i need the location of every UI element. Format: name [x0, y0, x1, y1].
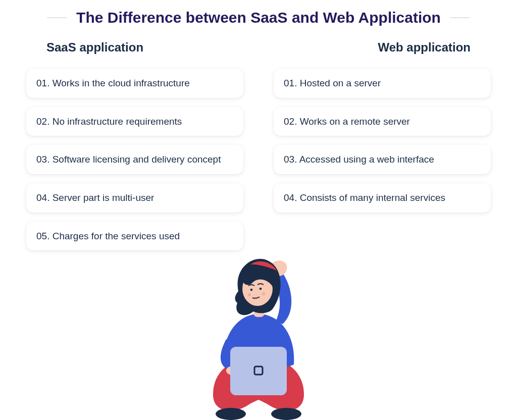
columns: SaaS application 01. Works in the cloud … — [0, 26, 517, 250]
page-title: The Difference between SaaS and Web Appl… — [76, 9, 441, 26]
laptop — [230, 347, 287, 395]
eye — [260, 288, 262, 290]
list-item: 01. Hosted on a server — [274, 69, 491, 98]
col-saas: SaaS application 01. Works in the cloud … — [26, 40, 243, 250]
list-item: 02. Works on a remote server — [274, 107, 491, 136]
title-dash-left — [47, 17, 67, 18]
shoe-left — [216, 408, 246, 420]
list-item: 04. Consists of many internal services — [274, 183, 491, 213]
list-item: 04. Server part is multi-user — [26, 183, 243, 213]
title-dash-right — [450, 17, 470, 18]
list-item: 02. No infrastructure requirements — [26, 107, 243, 136]
list-item: 03. Software licensing and delivery conc… — [26, 145, 243, 174]
col-heading-web: Web application — [274, 40, 491, 55]
list-item: 03. Accessed using a web interface — [274, 145, 491, 174]
col-heading-saas: SaaS application — [26, 40, 243, 55]
cheek — [262, 292, 265, 295]
eye — [250, 289, 253, 291]
shoe-right — [271, 408, 301, 420]
cheek — [248, 293, 251, 296]
col-web: Web application 01. Hosted on a server 0… — [274, 40, 491, 250]
list-item: 01. Works in the cloud infrastructure — [26, 69, 243, 98]
title-row: The Difference between SaaS and Web Appl… — [0, 0, 517, 26]
person-with-laptop-illustration — [183, 238, 334, 420]
